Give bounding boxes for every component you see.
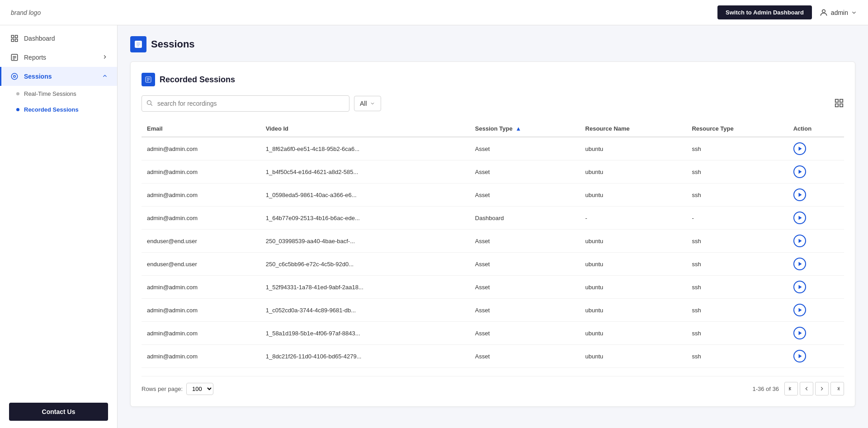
cell-video-id: 1_c052cd0a-3744-4c89-9681-db... <box>260 299 470 322</box>
cell-action <box>788 160 844 183</box>
switch-admin-button[interactable]: Switch to Admin Dashboard <box>717 5 812 19</box>
first-page-button[interactable] <box>784 382 798 395</box>
table-row: admin@admin.com 1_58a1d198-5b1e-4f06-97a… <box>142 322 844 345</box>
cell-action <box>788 322 844 345</box>
cell-email: enduser@end.user <box>142 253 260 276</box>
sidebar-sub-nav: Real-Time Sessions Recorded Sessions <box>0 86 117 118</box>
cell-video-id: 1_8dc21f26-11d0-4106-bd65-4279... <box>260 345 470 368</box>
play-button[interactable] <box>793 304 806 316</box>
svg-marker-32 <box>798 216 802 220</box>
play-button[interactable] <box>793 281 806 293</box>
chevron-down-icon <box>851 9 857 16</box>
cell-email: admin@admin.com <box>142 160 260 183</box>
cell-video-id: 1_8f62a6f0-ee51-4c18-95b2-6ca6... <box>260 137 470 160</box>
col-email: Email <box>142 121 260 137</box>
rows-per-page-select[interactable]: 100 50 25 <box>186 383 213 395</box>
table-row: admin@admin.com 1_c052cd0a-3744-4c89-968… <box>142 299 844 322</box>
table-row: admin@admin.com 1_0598eda5-9861-40ac-a36… <box>142 183 844 207</box>
svg-point-10 <box>14 75 16 78</box>
grid-view-icon[interactable] <box>834 98 844 109</box>
page-nav <box>784 382 844 395</box>
filter-chevron-icon <box>370 101 375 106</box>
page-title: Sessions <box>151 38 195 50</box>
cell-email: admin@admin.com <box>142 183 260 207</box>
sidebar-item-sessions[interactable]: Sessions <box>0 67 117 86</box>
cell-video-id: 1_b4f50c54-e16d-4621-a8d2-585... <box>260 160 470 183</box>
pagination-row: Rows per page: 100 50 25 1-36 of 36 <box>142 376 844 395</box>
next-page-button[interactable] <box>815 382 829 395</box>
play-button[interactable] <box>793 258 806 270</box>
cell-session-type: Asset <box>470 322 580 345</box>
cell-email: admin@admin.com <box>142 345 260 368</box>
reports-arrow-icon <box>102 54 108 61</box>
sidebar: Dashboard Reports <box>0 25 118 428</box>
table-header: Email Video Id Session Type ▲ Resource N… <box>142 121 844 137</box>
cell-resource-type: ssh <box>686 230 788 253</box>
table-row: admin@admin.com 1_64b77e09-2513-4b16-b6a… <box>142 207 844 230</box>
cell-session-type: Dashboard <box>470 207 580 230</box>
col-action: Action <box>788 121 844 137</box>
navbar: brand logo Switch to Admin Dashboard adm… <box>0 0 868 25</box>
admin-menu[interactable]: admin <box>819 8 857 17</box>
cell-resource-name: ubuntu <box>580 299 687 322</box>
svg-point-0 <box>822 9 826 13</box>
sidebar-sub-recorded[interactable]: Recorded Sessions <box>0 102 117 118</box>
play-button[interactable] <box>793 188 806 201</box>
filter-label: All <box>360 100 367 107</box>
section-title-row: Recorded Sessions <box>142 73 844 86</box>
svg-rect-2 <box>15 35 18 38</box>
filter-dropdown[interactable]: All <box>354 96 381 111</box>
cell-email: admin@admin.com <box>142 322 260 345</box>
cell-action <box>788 345 844 368</box>
person-icon <box>819 8 828 17</box>
search-icon <box>146 99 153 108</box>
sidebar-sub-realtime[interactable]: Real-Time Sessions <box>0 86 117 102</box>
admin-label: admin <box>831 9 848 16</box>
cell-video-id: 250_03998539-aa40-4bae-bacf-... <box>260 230 470 253</box>
rows-per-page: Rows per page: 100 50 25 <box>142 383 213 395</box>
recorded-sessions-icon <box>145 76 152 83</box>
prev-page-button[interactable] <box>800 382 813 395</box>
svg-rect-26 <box>840 99 843 102</box>
sidebar-item-dashboard[interactable]: Dashboard <box>0 29 117 48</box>
play-button[interactable] <box>793 165 806 178</box>
svg-marker-34 <box>798 262 802 266</box>
cell-video-id: 1_64b77e09-2513-4b16-b6ac-ede... <box>260 207 470 230</box>
svg-marker-37 <box>798 331 802 335</box>
play-button[interactable] <box>793 212 806 224</box>
cell-session-type: Asset <box>470 230 580 253</box>
play-button[interactable] <box>793 350 806 362</box>
brand-logo: brand logo <box>11 9 41 16</box>
sidebar-item-reports[interactable]: Reports <box>0 48 117 67</box>
search-input[interactable] <box>142 95 349 112</box>
table-row: admin@admin.com 1_8dc21f26-11d0-4106-bd6… <box>142 345 844 368</box>
rows-per-page-label: Rows per page: <box>142 386 183 392</box>
cell-resource-name: ubuntu <box>580 276 687 299</box>
cell-resource-type: ssh <box>686 299 788 322</box>
play-button[interactable] <box>793 327 806 339</box>
play-button[interactable] <box>793 235 806 247</box>
page-info: 1-36 of 36 <box>752 386 779 392</box>
svg-rect-1 <box>11 35 14 38</box>
last-page-button[interactable] <box>830 382 844 395</box>
sort-arrow-icon: ▲ <box>515 125 521 132</box>
table-row: enduser@end.user 250_c6c5bb96-e72c-4c5b-… <box>142 253 844 276</box>
table-row: admin@admin.com 1_52f94331-1a78-41ed-9ab… <box>142 276 844 299</box>
recorded-sessions-card: Recorded Sessions All <box>130 61 855 407</box>
table-row: enduser@end.user 250_03998539-aa40-4bae-… <box>142 230 844 253</box>
cell-action <box>788 276 844 299</box>
col-session-type: Session Type ▲ <box>470 121 580 137</box>
table-row: admin@admin.com 1_b4f50c54-e16d-4621-a8d… <box>142 160 844 183</box>
page-title-row: Sessions <box>130 36 855 52</box>
cell-video-id: 1_0598eda5-9861-40ac-a366-e6... <box>260 183 470 207</box>
svg-point-23 <box>147 101 151 105</box>
svg-rect-27 <box>835 103 838 106</box>
recorded-dot <box>16 108 19 111</box>
play-button[interactable] <box>793 142 806 155</box>
cell-session-type: Asset <box>470 137 580 160</box>
svg-marker-38 <box>798 354 802 358</box>
svg-rect-25 <box>835 99 838 102</box>
contact-us-button[interactable]: Contact Us <box>9 403 108 421</box>
cell-resource-name: - <box>580 207 687 230</box>
cell-action <box>788 253 844 276</box>
